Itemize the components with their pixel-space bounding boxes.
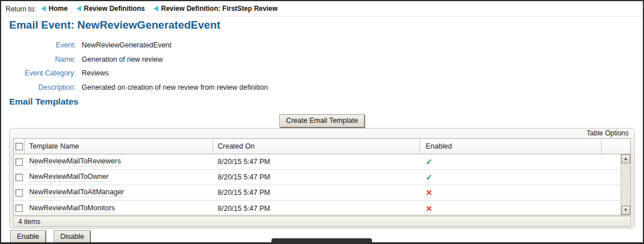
template-name-cell: NewReviewMailToMonitors bbox=[25, 201, 213, 216]
row-checkbox[interactable] bbox=[15, 174, 23, 181]
table-row: NewReviewMailToAltManager 8/20/15 5:47 P… bbox=[14, 185, 630, 201]
enabled-cell: ✓ bbox=[420, 154, 602, 169]
enabled-check-icon: ✓ bbox=[426, 158, 433, 166]
table-actions: Enable Disable bbox=[10, 230, 96, 243]
create-email-template-button[interactable]: Create Email Template bbox=[279, 114, 364, 127]
vertical-scrollbar[interactable]: ▲ ▼ bbox=[621, 154, 630, 215]
table-body: NewReviewMailToReviewers 8/20/15 5:47 PM… bbox=[14, 154, 630, 216]
column-header-filler bbox=[602, 139, 630, 154]
template-name-link[interactable]: NewReviewMailToReviewers bbox=[29, 157, 121, 166]
email-templates-table: Template Name Created On Enabled NewRevi… bbox=[13, 138, 631, 215]
enabled-check-icon: ✓ bbox=[426, 173, 433, 181]
detail-row: Event: NewReviewGeneratedEvent bbox=[1, 38, 268, 53]
detail-value: Generation of new review bbox=[82, 55, 163, 63]
created-on-cell: 8/20/15 5:47 PM bbox=[213, 201, 420, 216]
breadcrumb-item[interactable]: Home bbox=[41, 5, 67, 13]
row-checkbox-cell bbox=[14, 201, 25, 216]
left-triangle-icon bbox=[154, 6, 158, 11]
created-on-cell: 8/20/15 5:47 PM bbox=[213, 154, 420, 169]
detail-value: Generated on creation of new review from… bbox=[82, 83, 268, 91]
table-header-row: Template Name Created On Enabled bbox=[14, 139, 630, 154]
email-templates-heading: Email Templates bbox=[9, 97, 78, 107]
detail-row: Description: Generated on creation of ne… bbox=[1, 81, 268, 95]
breadcrumb-link[interactable]: Review Definition: FirstStep Review bbox=[161, 5, 278, 13]
detail-row: Name: Generation of new review bbox=[1, 53, 268, 67]
breadcrumb-link[interactable]: Home bbox=[49, 5, 67, 13]
email-templates-panel: Table Options Template Name Created On E… bbox=[9, 128, 635, 229]
template-name-cell: NewReviewMailToReviewers bbox=[25, 154, 213, 169]
bottom-notch bbox=[271, 238, 372, 242]
detail-value: Reviews bbox=[82, 69, 109, 77]
detail-label: Name: bbox=[1, 55, 76, 63]
disabled-x-icon: ✕ bbox=[426, 189, 433, 197]
detail-label: Event Category: bbox=[1, 69, 76, 77]
breadcrumb: Return to: Home Review Definitions Revie… bbox=[1, 1, 643, 17]
breadcrumb-item[interactable]: Review Definitions bbox=[77, 5, 145, 13]
row-checkbox[interactable] bbox=[15, 189, 23, 197]
created-on-cell: 8/20/15 5:47 PM bbox=[213, 185, 420, 200]
row-checkbox[interactable] bbox=[15, 158, 23, 166]
scroll-up-icon[interactable]: ▲ bbox=[621, 154, 630, 163]
template-name-cell: NewReviewMailToOwner bbox=[25, 170, 213, 185]
breadcrumb-link[interactable]: Review Definitions bbox=[84, 5, 145, 13]
row-checkbox-cell bbox=[14, 154, 25, 169]
enabled-cell: ✕ bbox=[420, 185, 602, 200]
column-header-template-name: Template Name bbox=[25, 139, 213, 154]
enable-button[interactable]: Enable bbox=[10, 230, 46, 243]
enabled-cell: ✕ bbox=[420, 201, 602, 216]
detail-label: Description: bbox=[1, 83, 76, 91]
select-all-checkbox-cell bbox=[14, 139, 25, 154]
table-row: NewReviewMailToOwner 8/20/15 5:47 PM ✓ bbox=[14, 170, 630, 185]
scroll-down-icon[interactable]: ▼ bbox=[621, 206, 630, 215]
breadcrumb-item[interactable]: Review Definition: FirstStep Review bbox=[154, 5, 278, 13]
left-triangle-icon bbox=[41, 6, 46, 11]
table-row: NewReviewMailToMonitors 8/20/15 5:47 PM … bbox=[14, 201, 630, 216]
template-name-cell: NewReviewMailToAltManager bbox=[25, 185, 213, 200]
select-all-checkbox[interactable] bbox=[15, 143, 23, 150]
page-title: Email Event: NewReviewGeneratedEvent bbox=[9, 19, 221, 31]
row-checkbox-cell bbox=[14, 185, 25, 200]
row-checkbox-cell bbox=[14, 170, 25, 185]
detail-value: NewReviewGeneratedEvent bbox=[82, 41, 171, 49]
template-name-link[interactable]: NewReviewMailToMonitors bbox=[29, 204, 115, 213]
created-on-cell: 8/20/15 5:47 PM bbox=[213, 170, 420, 185]
left-triangle-icon bbox=[77, 6, 81, 11]
return-to-label: Return to: bbox=[6, 5, 36, 13]
event-details: Event: NewReviewGeneratedEvent Name: Gen… bbox=[1, 38, 268, 94]
create-button-row: Create Email Template bbox=[1, 114, 643, 127]
disabled-x-icon: ✕ bbox=[426, 205, 433, 213]
detail-row: Event Category: Reviews bbox=[1, 66, 268, 81]
disable-button[interactable]: Disable bbox=[54, 230, 90, 243]
column-header-enabled: Enabled bbox=[420, 139, 602, 154]
row-checkbox[interactable] bbox=[15, 205, 23, 212]
detail-label: Event: bbox=[1, 41, 76, 49]
template-name-link[interactable]: NewReviewMailToOwner bbox=[29, 173, 109, 182]
table-options-menu[interactable]: Table Options bbox=[587, 129, 629, 137]
table-options-row: Table Options bbox=[10, 129, 634, 138]
column-header-created-on: Created On bbox=[213, 139, 420, 154]
table-row: NewReviewMailToReviewers 8/20/15 5:47 PM… bbox=[14, 154, 630, 170]
template-name-link[interactable]: NewReviewMailToAltManager bbox=[29, 188, 124, 197]
email-event-window: Return to: Home Review Definitions Revie… bbox=[0, 0, 644, 244]
enabled-cell: ✓ bbox=[420, 170, 602, 185]
table-footer: 4 items bbox=[13, 216, 631, 227]
